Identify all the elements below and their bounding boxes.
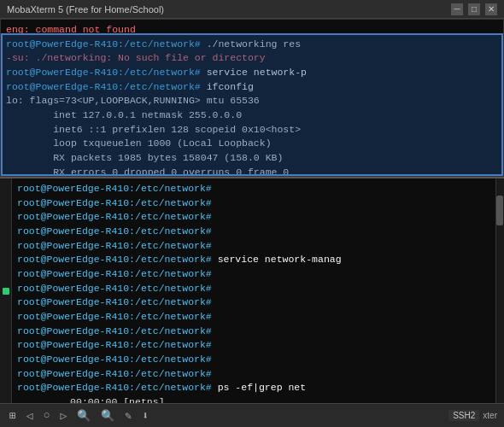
zoom-in-icon[interactable]: 🔍 [98, 407, 117, 424]
terminal-line: root@PowerEdge-R410:/etc/network# [17, 367, 499, 382]
terminal-line: root@PowerEdge-R410:/etc/network# servic… [17, 253, 499, 267]
minimize-button[interactable]: ─ [451, 3, 463, 15]
bottom-toolbar: ⊞ ◁ ○ ▷ 🔍 🔍 ✎ ⬇ SSH2 xter [0, 403, 504, 427]
terminal-line: root@PowerEdge-R410:/etc/network# ps -ef… [17, 381, 499, 395]
terminal-line: 00:00:00 [netns] [17, 395, 499, 403]
tab-label: xter [483, 411, 497, 420]
terminal-wrapper: eng: command not found root@PowerEdge-R4… [0, 19, 504, 427]
back-icon[interactable]: ◁ [24, 407, 36, 424]
title-bar-text: MobaXterm 5 (Free for Home/School) [7, 4, 164, 15]
toolbar-left: ⊞ ◁ ○ ▷ 🔍 🔍 ✎ ⬇ [7, 407, 151, 424]
terminal-line: root@PowerEdge-R410:/etc/network# [17, 325, 499, 339]
maximize-button[interactable]: □ [468, 3, 480, 15]
new-tab-icon[interactable]: ⊞ [7, 407, 19, 424]
terminal-line: root@PowerEdge-R410:/etc/network# [17, 295, 499, 310]
download-icon[interactable]: ⬇ [139, 407, 151, 424]
terminal-line: root@PowerEdge-R410:/etc/network# ./netw… [6, 38, 498, 52]
ssh-badge: SSH2 [448, 410, 479, 421]
edit-icon[interactable]: ✎ [122, 407, 134, 424]
left-indicator [0, 178, 12, 403]
close-button[interactable]: ✕ [485, 3, 497, 15]
terminal-line: RX packets 1985 bytes 158047 (158.0 KB) [6, 151, 498, 166]
terminal-line: -su: ./networking: No such file or direc… [6, 51, 498, 66]
top-pane: eng: command not found root@PowerEdge-R4… [0, 19, 504, 177]
terminal-line: root@PowerEdge-R410:/etc/network# [17, 182, 499, 196]
home-icon[interactable]: ○ [41, 407, 53, 424]
terminal-line: root@PowerEdge-R410:/etc/network# [17, 225, 499, 239]
title-bar-controls: ─ □ ✕ [451, 3, 497, 15]
title-bar: MobaXterm 5 (Free for Home/School) ─ □ ✕ [0, 0, 504, 19]
terminal-line: lo: flags=73<UP,LOOPBACK,RUNNING> mtu 65… [6, 94, 498, 108]
terminal-line: inet6 ::1 prefixlen 128 scopeid 0x10<hos… [6, 123, 498, 137]
terminal-line: root@PowerEdge-R410:/etc/network# [17, 338, 499, 353]
terminal-line: root@PowerEdge-R410:/etc/network# [17, 353, 499, 367]
scrollbar-track[interactable] [495, 178, 504, 403]
terminal-line: root@PowerEdge-R410:/etc/network# [17, 196, 499, 211]
zoom-out-icon[interactable]: 🔍 [74, 407, 93, 424]
toolbar-right: SSH2 xter [448, 410, 497, 421]
terminal-line: root@PowerEdge-R410:/etc/network# [17, 282, 499, 296]
terminal-line: root@PowerEdge-R410:/etc/network# [17, 310, 499, 325]
forward-icon[interactable]: ▷ [57, 407, 69, 424]
terminal-line: RX errors 0 dropped 0 overruns 0 frame 0 [6, 166, 498, 177]
top-terminal-content[interactable]: eng: command not found root@PowerEdge-R4… [1, 20, 503, 177]
bottom-pane: root@PowerEdge-R410:/etc/network# root@P… [0, 177, 504, 403]
terminal-line: inet 127.0.0.1 netmask 255.0.0.0 [6, 108, 498, 123]
bottom-terminal-content[interactable]: root@PowerEdge-R410:/etc/network# root@P… [0, 178, 504, 403]
terminal-line: loop txqueuelen 1000 (Local Loopback) [6, 137, 498, 151]
terminal-line: root@PowerEdge-R410:/etc/network# [17, 239, 499, 254]
scrollbar-thumb[interactable] [496, 196, 503, 225]
terminal-line: eng: command not found [6, 23, 498, 38]
terminal-line: root@PowerEdge-R410:/etc/network# [17, 267, 499, 282]
green-dot-indicator [3, 288, 9, 295]
terminal-line: root@PowerEdge-R410:/etc/network# ifconf… [6, 80, 498, 95]
terminal-line: root@PowerEdge-R410:/etc/network# [17, 210, 499, 225]
terminal-line: root@PowerEdge-R410:/etc/network# servic… [6, 66, 498, 80]
